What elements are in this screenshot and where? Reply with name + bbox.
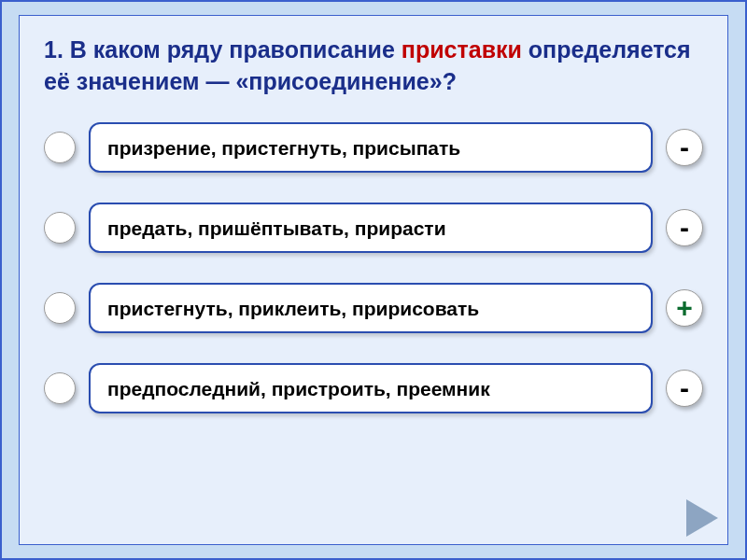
feedback-badge: - [666, 129, 703, 166]
option-radio[interactable] [44, 132, 76, 163]
option-radio[interactable] [44, 292, 76, 324]
feedback-badge: - [666, 209, 703, 246]
option-answer-box[interactable]: предать, пришёптывать, прирасти [89, 203, 653, 253]
question-lead: В каком ряду правописание [70, 36, 395, 63]
question-emphasis: приставки [402, 36, 522, 63]
slide-inner: 1. В каком ряду правописание приставки о… [19, 15, 728, 545]
question-text: 1. В каком ряду правописание приставки о… [44, 35, 703, 98]
question-number: 1. [44, 36, 63, 63]
option-answer-box[interactable]: призрение, пристегнуть, присыпать [89, 122, 653, 173]
option-row: пристегнуть, приклеить, пририсовать + [44, 283, 703, 333]
option-row: предать, пришёптывать, прирасти - [44, 203, 703, 253]
feedback-badge: + [666, 289, 703, 327]
option-radio[interactable] [44, 212, 76, 244]
option-row: призрение, пристегнуть, присыпать - [44, 122, 703, 173]
option-answer-box[interactable]: пристегнуть, приклеить, пририсовать [89, 283, 653, 333]
option-text: предпоследний, пристроить, преемник [107, 378, 490, 400]
option-text: предать, пришёптывать, прирасти [107, 217, 446, 240]
options-list: призрение, пристегнуть, присыпать - пред… [44, 122, 703, 413]
option-row: предпоследний, пристроить, преемник - [44, 363, 703, 413]
slide: 1. В каком ряду правописание приставки о… [0, 0, 747, 560]
feedback-badge: - [666, 370, 703, 407]
next-arrow-icon[interactable] [686, 499, 718, 537]
option-text: пристегнуть, приклеить, пририсовать [107, 298, 479, 320]
option-text: призрение, пристегнуть, присыпать [107, 137, 460, 160]
option-answer-box[interactable]: предпоследний, пристроить, преемник [89, 363, 653, 413]
option-radio[interactable] [44, 372, 76, 404]
